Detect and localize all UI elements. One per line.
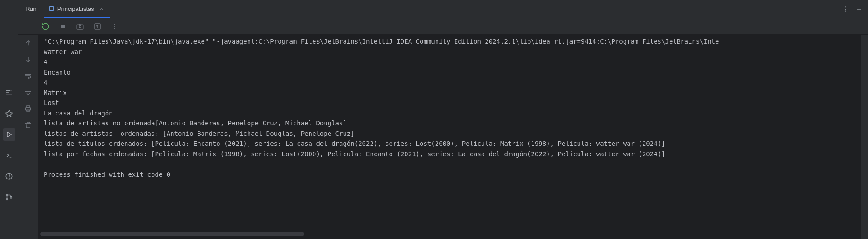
svg-rect-16	[61, 24, 65, 28]
console-output[interactable]: "C:\Program Files\Java\jdk-17\bin\java.e…	[38, 35, 861, 239]
services-icon[interactable]	[3, 107, 15, 120]
scroll-to-end-icon[interactable]	[23, 87, 33, 97]
svg-point-5	[9, 178, 9, 178]
console-body: "C:\Program Files\Java\jdk-17\bin\java.e…	[18, 35, 868, 239]
svg-marker-0	[5, 110, 12, 117]
rerun-icon[interactable]	[41, 22, 50, 31]
run-panel: Run PrincipaListas	[18, 0, 868, 239]
panel-title: Run	[24, 5, 42, 12]
svg-point-7	[6, 199, 8, 200]
structure-icon[interactable]	[3, 86, 15, 99]
svg-point-23	[114, 28, 115, 29]
tab-actions	[842, 5, 868, 13]
svg-rect-17	[77, 25, 83, 29]
down-arrow-icon[interactable]	[23, 55, 33, 65]
soft-wrap-icon[interactable]	[23, 71, 33, 81]
more-vertical-icon[interactable]	[842, 5, 849, 13]
export-icon[interactable]	[93, 22, 102, 31]
tab-bar: Run PrincipaListas	[18, 0, 868, 18]
svg-point-12	[845, 6, 846, 7]
stop-icon[interactable]	[58, 22, 67, 31]
svg-point-21	[114, 24, 115, 25]
more-icon[interactable]	[110, 22, 119, 31]
svg-point-22	[114, 25, 115, 26]
application-icon	[48, 5, 55, 12]
print-icon[interactable]	[23, 104, 33, 114]
up-arrow-icon[interactable]	[23, 38, 33, 48]
svg-marker-1	[7, 132, 11, 137]
svg-point-18	[79, 25, 81, 28]
close-icon[interactable]	[99, 5, 105, 12]
problems-icon[interactable]	[3, 170, 15, 183]
terminal-icon[interactable]	[3, 149, 15, 162]
tool-window-bar	[0, 0, 18, 239]
svg-point-13	[845, 8, 846, 9]
horizontal-scrollbar[interactable]	[40, 232, 304, 236]
camera-icon[interactable]	[76, 22, 85, 31]
svg-rect-9	[49, 6, 53, 10]
git-icon[interactable]	[3, 191, 15, 204]
run-tool-icon[interactable]	[3, 128, 15, 141]
svg-rect-30	[27, 106, 30, 108]
console-toolbar	[18, 18, 868, 35]
trash-icon[interactable]	[23, 120, 33, 130]
svg-point-8	[10, 196, 12, 198]
minimize-icon[interactable]	[855, 5, 863, 13]
svg-point-14	[845, 10, 846, 11]
right-gutter	[861, 35, 868, 239]
svg-point-6	[6, 194, 8, 196]
console-gutter	[18, 35, 38, 239]
run-config-tab[interactable]: PrincipaListas	[44, 0, 110, 18]
tab-label: PrincipaListas	[57, 5, 94, 12]
